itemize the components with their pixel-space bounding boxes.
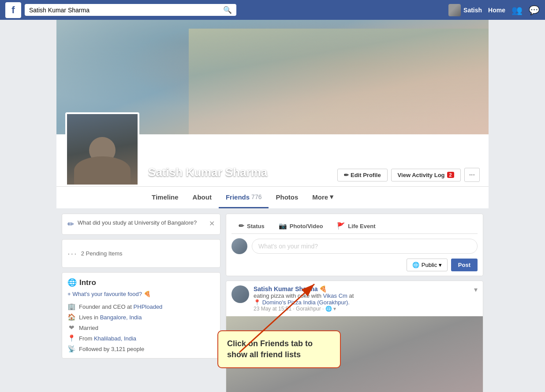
work-icon: 🏢 — [67, 303, 75, 311]
tab-photo-video[interactable]: 📷 Photo/Video — [272, 218, 330, 233]
audience-selector[interactable]: 🌐 Public ▾ — [407, 259, 448, 271]
pin-icon: 📍 — [67, 334, 75, 342]
fav-food-link[interactable]: + What's your favourite food? 🍕 — [67, 291, 215, 297]
tab-life-event[interactable]: 🚩 Life Event — [330, 218, 382, 233]
dominos-link[interactable]: Domino's Pizza India (Gorakhpur). — [262, 299, 350, 306]
post-avatar — [231, 238, 247, 254]
more-chevron-icon: ▾ — [330, 193, 333, 201]
messenger-icon[interactable]: 💬 — [529, 5, 540, 15]
tab-status[interactable]: ✏ Status — [231, 218, 272, 233]
location-icon: 📍 — [254, 299, 261, 306]
fact-followed-text: Followed by 3,121 people — [79, 346, 144, 352]
profile-section: Satish Kumar Sharma ✏ Edit Profile View … — [56, 112, 489, 186]
feed-post-name[interactable]: Satish Kumar Sharma 🍕 — [254, 285, 470, 292]
feed-post-avatar — [231, 285, 249, 303]
event-tab-icon: 🚩 — [337, 222, 345, 230]
left-column: ✏ What did you study at University of Ba… — [62, 214, 220, 392]
navbar-username: Satish — [463, 7, 482, 14]
tab-about[interactable]: About — [186, 187, 219, 208]
intro-facts: 🏢 Founder and CEO at PHPloaded 🏠 Lives i… — [67, 303, 215, 353]
friends-icon[interactable]: 👥 — [511, 5, 523, 15]
tab-timeline-label: Timeline — [152, 193, 179, 201]
search-bar[interactable]: 🔍 — [25, 4, 236, 16]
fact-from-text: From Khalilabad, India — [79, 335, 136, 342]
navbar-right: Satish Home 👥 💬 — [448, 4, 540, 16]
intro-title: 🌐 Intro — [67, 278, 215, 287]
phpploaded-link[interactable]: PHPloaded — [134, 303, 163, 310]
home-icon: 🏠 — [67, 313, 75, 321]
profile-actions: ✏ Edit Profile View Activity Log 2 ··· — [337, 168, 480, 182]
bangalore-link[interactable]: Bangalore, India — [100, 314, 142, 321]
photo-tab-icon: 📷 — [279, 222, 287, 230]
search-input[interactable] — [29, 7, 223, 14]
tab-timeline[interactable]: Timeline — [145, 187, 186, 208]
feed-post-time: 23 May at 15:51 · Gorakhpur · 🌐 ▾ — [254, 306, 470, 312]
more-options-button[interactable]: ··· — [464, 168, 480, 182]
profile-nav: Timeline About Friends 776 Photos More ▾ — [56, 186, 489, 208]
fact-from: 📍 From Khalilabad, India — [67, 334, 215, 342]
navbar: f 🔍 Satish Home 👥 💬 — [0, 0, 545, 20]
fact-married-text: Married — [79, 325, 98, 331]
event-tab-label: Life Event — [348, 223, 375, 229]
study-prompt-text: What did you study at University of Bang… — [78, 219, 205, 226]
tab-photos[interactable]: Photos — [269, 187, 305, 208]
public-icon: 🌐 — [412, 262, 419, 268]
feed-post-header: Satish Kumar Sharma 🍕 eating pizza with … — [226, 281, 483, 316]
post-button[interactable]: Post — [451, 259, 478, 271]
intro-title-label: Intro — [79, 278, 96, 287]
pizza-emoji: 🍕 — [319, 285, 327, 292]
study-prompt-card: ✏ What did you study at University of Ba… — [62, 214, 220, 235]
profile-picture — [65, 112, 139, 186]
fact-followed: 📡 Followed by 3,121 people — [67, 345, 215, 353]
facebook-logo: f — [5, 2, 21, 18]
public-label: Public ▾ — [422, 262, 442, 268]
post-options-icon[interactable]: ▾ — [474, 285, 478, 294]
globe-icon: 🌐 — [67, 278, 77, 287]
activity-log-label: View Activity Log — [398, 172, 445, 178]
tab-friends[interactable]: Friends 776 — [219, 187, 269, 208]
profile-pic-inner — [67, 114, 138, 185]
pending-label: 2 Pending Items — [81, 250, 123, 257]
fact-lives: 🏠 Lives in Bangalore, India — [67, 313, 215, 321]
follow-icon: 📡 — [67, 345, 75, 353]
tab-photos-label: Photos — [276, 193, 298, 201]
fact-work: 🏢 Founder and CEO at PHPloaded — [67, 303, 215, 311]
post-input[interactable]: What's on your mind? — [252, 239, 478, 254]
status-tab-label: Status — [247, 223, 265, 229]
profile-wrap: Satish Kumar Sharma ✏ Edit Profile View … — [56, 20, 489, 208]
navbar-user[interactable]: Satish — [448, 4, 482, 16]
search-icon[interactable]: 🔍 — [223, 6, 232, 14]
vikas-link[interactable]: Vikas Cm — [323, 292, 347, 299]
post-box: ✏ Status 📷 Photo/Video 🚩 Life Event What… — [226, 214, 483, 276]
avatar-image — [448, 4, 461, 16]
edit-profile-button[interactable]: ✏ Edit Profile — [337, 169, 387, 181]
post-actions: 🌐 Public ▾ Post — [231, 259, 478, 271]
study-icon: ✏ — [67, 219, 74, 229]
feed-post: Satish Kumar Sharma 🍕 eating pizza with … — [226, 281, 483, 392]
post-input-row: What's on your mind? — [231, 238, 478, 254]
avatar — [448, 4, 461, 16]
tab-friends-label: Friends — [226, 193, 250, 201]
friends-count: 776 — [251, 193, 261, 200]
status-tab-icon: ✏ — [239, 222, 244, 230]
tab-more-label: More — [312, 193, 328, 201]
khalilabad-link[interactable]: Khalilabad, India — [94, 335, 136, 342]
profile-pic-wrap — [65, 112, 139, 186]
feed-post-image — [226, 316, 483, 392]
feed-post-meta: Satish Kumar Sharma 🍕 eating pizza with … — [254, 285, 470, 312]
fact-work-text: Founder and CEO at PHPloaded — [79, 303, 162, 310]
tab-about-label: About — [193, 193, 212, 201]
activity-badge: 2 — [447, 172, 454, 178]
intro-card: 🌐 Intro + What's your favourite food? 🍕 … — [62, 272, 220, 359]
home-link[interactable]: Home — [488, 7, 505, 14]
photo-tab-label: Photo/Video — [290, 223, 323, 229]
close-icon[interactable]: ✕ — [209, 219, 215, 228]
activity-log-button[interactable]: View Activity Log 2 — [391, 169, 461, 181]
pending-dots-icon: ··· — [67, 248, 78, 259]
pending-items-card: ··· 2 Pending Items — [62, 239, 220, 268]
heart-icon: ❤ — [67, 324, 75, 332]
post-box-tabs: ✏ Status 📷 Photo/Video 🚩 Life Event — [231, 218, 478, 234]
tab-more[interactable]: More ▾ — [305, 187, 340, 208]
fact-married: ❤ Married — [67, 324, 215, 332]
feed-post-detail: eating pizza with coke with Vikas Cm at … — [254, 292, 470, 306]
